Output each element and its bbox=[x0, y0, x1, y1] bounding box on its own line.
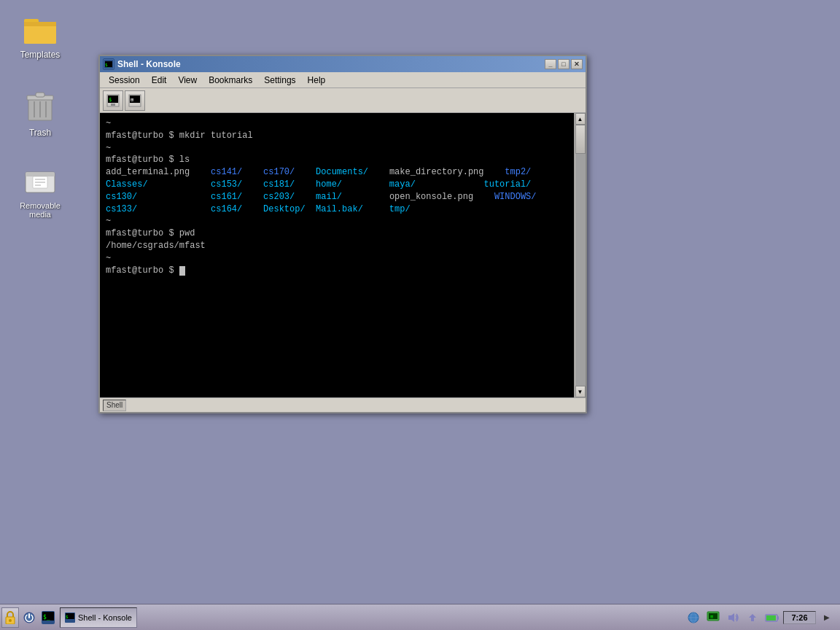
svg-text:⊞: ⊞ bbox=[131, 97, 133, 103]
menu-view[interactable]: View bbox=[172, 74, 203, 87]
svg-point-28 bbox=[9, 619, 12, 622]
minimize-button[interactable]: _ bbox=[545, 59, 556, 69]
desktop: Templates Trash Removablem bbox=[0, 0, 840, 630]
svg-text:≡: ≡ bbox=[710, 614, 713, 620]
taskbar-active-window[interactable]: $ Shell - Konsole bbox=[60, 607, 137, 628]
scrollbar-track[interactable] bbox=[575, 125, 586, 386]
toolbar-btn-1[interactable]: $ bbox=[103, 90, 123, 111]
trash-icon bbox=[24, 88, 56, 125]
scrollbar-up[interactable]: ▲ bbox=[575, 113, 586, 125]
toolbar: $ ⊞ bbox=[100, 88, 586, 113]
menu-edit[interactable]: Edit bbox=[146, 74, 173, 87]
statusbar-info: Shell bbox=[103, 400, 126, 411]
svg-rect-46 bbox=[777, 616, 779, 620]
power-button[interactable] bbox=[20, 609, 38, 626]
scrollbar[interactable]: ▲ ▼ bbox=[574, 113, 586, 397]
svg-rect-12 bbox=[26, 172, 55, 176]
svg-rect-23 bbox=[111, 104, 115, 106]
maximize-button[interactable]: □ bbox=[558, 59, 569, 69]
konsole-window: $_ Shell - Konsole _ □ ✕ Session Edit Vi… bbox=[98, 55, 587, 413]
svg-text:$_: $_ bbox=[43, 614, 50, 621]
konsole-statusbar: Shell bbox=[100, 397, 586, 412]
globe-icon[interactable] bbox=[685, 609, 702, 626]
desktop-icon-trash[interactable]: Trash bbox=[7, 84, 73, 142]
terminal-output[interactable]: ~ mfast@turbo $ mkdir tutorial ~ mfast@t… bbox=[100, 113, 574, 397]
svg-rect-47 bbox=[766, 615, 776, 621]
network-icon[interactable]: ≡ bbox=[704, 609, 722, 626]
templates-label: Templates bbox=[20, 50, 61, 60]
menu-bookmarks[interactable]: Bookmarks bbox=[203, 74, 258, 87]
desktop-icon-removable[interactable]: Removablemedia bbox=[7, 162, 73, 223]
removable-label: Removablemedia bbox=[20, 201, 61, 219]
lock-button[interactable] bbox=[1, 607, 19, 628]
scrollbar-thumb[interactable] bbox=[575, 125, 586, 154]
desktop-icon-templates[interactable]: Templates bbox=[7, 7, 73, 64]
svg-text:$_: $_ bbox=[105, 62, 111, 68]
window-controls: _ □ ✕ bbox=[545, 59, 583, 69]
folder-icon bbox=[23, 12, 58, 47]
taskbar-clock: 7:26 bbox=[783, 611, 816, 624]
active-window-label: Shell - Konsole bbox=[78, 613, 132, 622]
battery-icon[interactable] bbox=[763, 609, 781, 626]
close-button[interactable]: ✕ bbox=[571, 59, 583, 69]
menu-session[interactable]: Session bbox=[103, 74, 146, 87]
taskbar-expand[interactable]: ▶ bbox=[818, 609, 836, 626]
window-title: Shell - Konsole bbox=[117, 59, 545, 69]
taskbar-terminal-icon[interactable]: $_ bbox=[39, 609, 57, 626]
menu-bar: Session Edit View Bookmarks Settings Hel… bbox=[100, 72, 586, 88]
taskbar-left: $_ bbox=[1, 607, 57, 628]
taskbar-right: ≡ bbox=[685, 609, 839, 626]
menu-settings[interactable]: Settings bbox=[258, 74, 301, 87]
svg-rect-7 bbox=[36, 93, 44, 97]
svg-rect-3 bbox=[24, 25, 56, 44]
terminal-cursor bbox=[179, 266, 185, 276]
terminal-area[interactable]: ~ mfast@turbo $ mkdir tutorial ~ mfast@t… bbox=[100, 113, 586, 397]
scrollbar-down[interactable]: ▼ bbox=[575, 386, 586, 397]
arrows-icon[interactable] bbox=[744, 609, 761, 626]
svg-rect-4 bbox=[24, 22, 56, 26]
trash-label: Trash bbox=[29, 128, 51, 138]
menu-help[interactable]: Help bbox=[302, 74, 332, 87]
konsole-window-icon: $_ bbox=[103, 58, 114, 70]
svg-marker-44 bbox=[728, 613, 734, 622]
volume-icon[interactable] bbox=[724, 609, 742, 626]
svg-text:$: $ bbox=[66, 614, 69, 619]
toolbar-btn-2[interactable]: ⊞ bbox=[125, 90, 145, 111]
taskbar: $_ $ Shell - Konsole bbox=[0, 604, 840, 630]
svg-text:$: $ bbox=[109, 97, 112, 103]
title-bar[interactable]: $_ Shell - Konsole _ □ ✕ bbox=[100, 56, 586, 72]
removable-icon bbox=[23, 166, 58, 198]
